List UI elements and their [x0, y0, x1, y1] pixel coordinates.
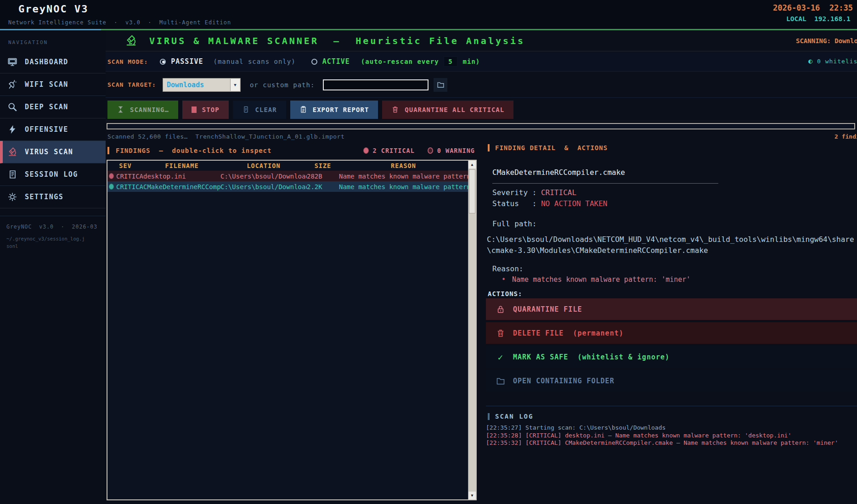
detail-header: FINDING DETAIL & ACTIONS — [488, 144, 608, 151]
export-report-button[interactable]: EXPORT REPORT — [290, 101, 378, 119]
status-value: NO ACTION TAKEN — [541, 199, 608, 208]
scanner-header: VIRUS & MALWARE SCANNER — Heuristic File… — [106, 30, 857, 51]
custom-path-input[interactable] — [323, 79, 428, 90]
status-line: Status : NO ACTION TAKEN — [492, 199, 607, 208]
sidebar-item-offensive[interactable]: OFFENSIVE — [0, 118, 106, 141]
clear-button[interactable]: CLEAR — [233, 101, 286, 119]
detail-title: FINDING DETAIL & ACTIONS — [495, 144, 608, 151]
full-path-line1: C:\Users\bsoul/Downloads\NETCOM_HUD_V4\n… — [487, 235, 854, 244]
mark-safe-button[interactable]: ✓MARK AS SAFE (whitelist & ignore) — [486, 346, 857, 368]
target-dropdown-value: Downloads — [163, 81, 204, 89]
satellite-dish-icon — [7, 79, 17, 90]
reason-text: Name matches known malware pattern: 'min… — [512, 275, 690, 284]
table-row-selected[interactable]: CRITICAL CMakeDetermineRCCompiler.cmake … — [107, 181, 468, 192]
log-divider — [486, 406, 857, 406]
sidebar-item-deep-scan[interactable]: DEEP SCAN — [0, 96, 106, 118]
browse-folder-button[interactable] — [434, 78, 447, 92]
magnifier-icon — [7, 102, 17, 112]
table-header-row: SEV FILENAME LOCATION SIZE REASON — [107, 161, 468, 171]
sidebar-footer: GreyNOC v3.0 · 2026-03 ~/.greynoc_v3/ses… — [0, 216, 106, 250]
sidebar-item-label: SESSION LOG — [25, 170, 78, 179]
sidebar-item-session-log[interactable]: SESSION LOG — [0, 163, 106, 186]
accent-bar — [488, 413, 490, 420]
severity-cell: CRITICAL — [107, 173, 143, 180]
sidebar-item-label: OFFENSIVE — [25, 125, 68, 134]
half-circle-icon: ◐ — [808, 58, 813, 65]
detail-filename: CMakeDetermineRCCompiler.cmake — [492, 168, 625, 177]
page-icon — [242, 106, 250, 113]
scroll-up-icon[interactable]: ▲ — [468, 161, 476, 168]
scan-status-text: Scanned 52,600 files… TrenchShallow_TJun… — [107, 133, 344, 140]
rescan-interval-input[interactable] — [444, 56, 457, 67]
sidebar-session-path: ~/.greynoc_v3/session_log.jsonl — [6, 235, 85, 250]
scan-target-label: SCAN TARGET: — [107, 81, 156, 88]
column-header-reason: REASON — [339, 162, 468, 169]
severity-dot-icon — [109, 184, 114, 190]
column-header-location: LOCATION — [220, 162, 307, 169]
warning-dot-icon — [428, 147, 433, 154]
reason-cell: Name matches known malware pattern: 'des… — [339, 173, 468, 180]
top-bar: GreyNOC V3 Network Intelligence Suite · … — [0, 0, 857, 29]
action-buttons: QUARANTINE FILE DELETE FILE (permanent) … — [486, 298, 857, 394]
table-scrollbar[interactable]: ▲ ▼ — [468, 161, 476, 499]
size-cell: 282B — [307, 173, 339, 180]
scanning-status: SCANNING: Downloads — [796, 37, 857, 45]
scrollbar-thumb[interactable] — [469, 169, 475, 213]
folder-icon — [437, 81, 445, 89]
sidebar-item-dashboard[interactable]: DASHBOARD — [0, 51, 106, 73]
location-cell: C:\Users\bsoul/Downloads — [220, 173, 307, 180]
scan-log: [22:35:27] Starting scan: C:\Users\bsoul… — [486, 424, 838, 447]
accent-bar — [107, 147, 109, 154]
scanner-toolbar: SCANNING… STOP CLEAR EXPORT REPORT QUARA… — [106, 98, 857, 121]
full-path-label: Full path: — [492, 219, 536, 228]
log-line: [22:35:28] [CRITICAL] desktop.ini — Name… — [486, 432, 838, 440]
app-subtitle: Network Intelligence Suite · v3.0 · Mult… — [8, 19, 231, 26]
full-path-line2: \cmake-3.30\Modules\CMakeDetermineRCComp… — [487, 246, 708, 255]
stop-button[interactable]: STOP — [182, 101, 229, 119]
critical-badge: 2 CRITICAL — [363, 147, 415, 154]
filename-cell: CMakeDetermineRCCompiler.cmake — [143, 183, 220, 190]
findings-title: FINDINGS — double-click to inspect — [116, 147, 271, 154]
chevron-down-icon[interactable]: ▼ — [230, 79, 240, 91]
active-radio[interactable] — [311, 59, 317, 65]
sidebar-item-label: DASHBOARD — [25, 58, 68, 66]
active-note-suffix: min) — [463, 58, 480, 65]
scan-progress-bar — [107, 123, 855, 129]
target-dropdown[interactable]: Downloads ▼ — [163, 78, 241, 92]
bullet-icon: • — [502, 275, 506, 284]
sidebar-item-wifi-scan[interactable]: WIFI SCAN — [0, 73, 106, 96]
reason-item: •Name matches known malware pattern: 'mi… — [502, 275, 690, 284]
table-row[interactable]: CRITICAL desktop.ini C:\Users\bsoul/Down… — [107, 171, 468, 181]
scanning-button[interactable]: SCANNING… — [107, 101, 178, 119]
scan-log-header: SCAN LOG — [488, 413, 533, 420]
gear-icon — [7, 192, 17, 202]
hourglass-icon — [117, 106, 124, 113]
open-folder-button[interactable]: OPEN CONTAINING FOLDER — [486, 370, 857, 392]
sidebar-item-settings[interactable]: SETTINGS — [0, 186, 106, 208]
sidebar-item-label: DEEP SCAN — [25, 103, 68, 111]
whitelist-count: 0 whitelisted — [817, 58, 857, 65]
sidebar: NAVIGATION DASHBOARD WIFI SCAN DEEP SCAN… — [0, 30, 106, 504]
quarantine-all-button[interactable]: QUARANTINE ALL CRITICAL — [382, 101, 513, 119]
microscope-icon — [125, 34, 137, 47]
severity-cell: CRITICAL — [107, 183, 143, 190]
clipboard-icon — [299, 106, 307, 113]
passive-radio[interactable] — [160, 59, 166, 65]
custom-path-label: or custom path: — [250, 81, 315, 89]
severity-dot-icon — [109, 173, 114, 179]
main-area: VIRUS & MALWARE SCANNER — Heuristic File… — [106, 30, 857, 504]
severity-value: CRITICAL — [541, 188, 576, 197]
quarantine-file-button[interactable]: QUARANTINE FILE — [486, 298, 857, 320]
scroll-down-icon[interactable]: ▼ — [468, 492, 476, 499]
delete-file-button[interactable]: DELETE FILE (permanent) — [486, 322, 857, 344]
warning-badge: 0 WARNING — [428, 147, 475, 154]
actions-label: ACTIONS: — [488, 290, 522, 297]
trash-icon — [496, 329, 505, 338]
detail-divider — [492, 183, 718, 184]
reason-cell: Name matches known malware pattern: 'min… — [339, 183, 468, 190]
findings-header: FINDINGS — double-click to inspect 2 CRI… — [107, 143, 475, 158]
sidebar-item-virus-scan[interactable]: VIRUS SCAN — [0, 141, 106, 163]
sidebar-item-label: WIFI SCAN — [25, 80, 68, 89]
column-header-filename: FILENAME — [143, 162, 220, 169]
trash-icon — [391, 106, 399, 113]
